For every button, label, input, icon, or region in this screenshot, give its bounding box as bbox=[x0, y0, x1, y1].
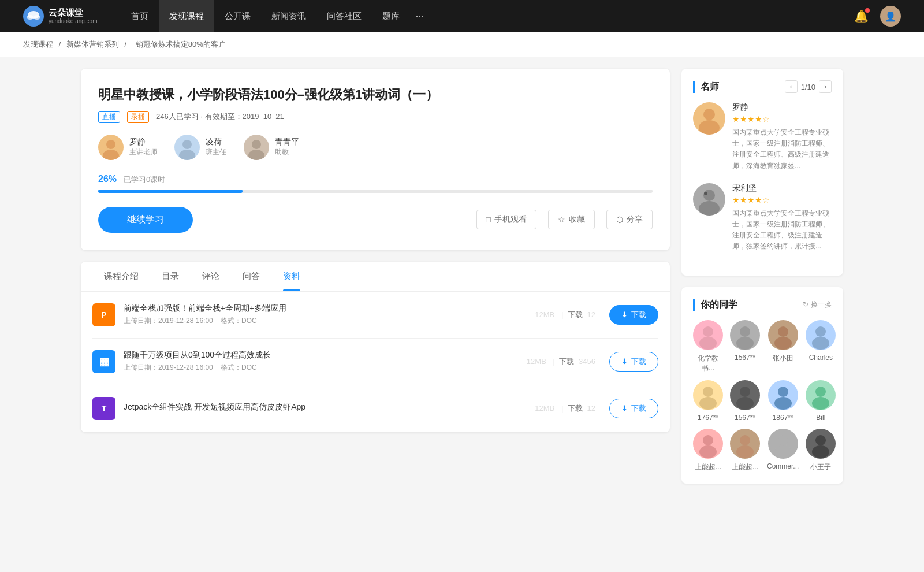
right-sidebar: 名师 ‹ 1/10 › 罗静 bbox=[681, 69, 843, 495]
download-button-2[interactable]: ⬇ 下载 bbox=[609, 399, 658, 418]
classmate-1: 1567** bbox=[730, 320, 760, 373]
svg-point-22 bbox=[703, 387, 713, 397]
classmate-7: Bill bbox=[806, 380, 836, 422]
logo-text: 云朵课堂 yunduoketang.com bbox=[49, 8, 98, 25]
classmate-1-avatar bbox=[730, 320, 760, 350]
teachers-card-title: 名师 bbox=[693, 81, 719, 93]
refresh-label: 换一换 bbox=[811, 300, 832, 310]
nav-more[interactable]: ··· bbox=[410, 10, 430, 23]
logo-icon bbox=[23, 6, 44, 27]
nav-quiz[interactable]: 题库 bbox=[372, 0, 410, 32]
svg-point-6 bbox=[179, 150, 195, 160]
notification-button[interactable]: 🔔 bbox=[854, 9, 869, 23]
next-page-btn[interactable]: › bbox=[819, 80, 832, 93]
svg-point-24 bbox=[740, 387, 750, 397]
file-size-1: 12MB bbox=[527, 357, 546, 366]
svg-point-9 bbox=[703, 109, 715, 120]
breadcrumb-discover[interactable]: 发现课程 bbox=[23, 40, 53, 49]
file-size-2: 12MB bbox=[535, 404, 554, 413]
file-info-2: Jetpack全组件实战 开发短视频应用高仿皮皮虾App bbox=[124, 402, 532, 415]
file-icon-1: ▦ bbox=[92, 350, 116, 373]
breadcrumb-sep1: / bbox=[59, 40, 63, 49]
file-icon-2: T bbox=[92, 397, 116, 420]
share-button[interactable]: ⬡ 分享 bbox=[606, 210, 653, 229]
sep-1: | bbox=[553, 357, 557, 366]
action-row: 继续学习 □ 手机观看 ☆ 收藏 ⬡ 分享 bbox=[98, 207, 653, 233]
classmate-9: 上能超... bbox=[730, 429, 760, 472]
breadcrumb: 发现课程 / 新媒体营销系列 / 销冠修炼术搞定80%的客户 bbox=[0, 32, 924, 57]
breadcrumb-series[interactable]: 新媒体营销系列 bbox=[66, 40, 119, 49]
teacher-0-role: 主讲老师 bbox=[129, 147, 157, 157]
teacher-card-1: 宋利坚 ★★★★☆ 国内某重点大学安全工程专业硕士，国家一级注册消防工程师、注册… bbox=[693, 183, 832, 252]
file-meta-1: 上传日期：2019-12-28 16:00 格式：DOC bbox=[124, 363, 524, 373]
svg-point-35 bbox=[774, 445, 792, 458]
nav-news[interactable]: 新闻资讯 bbox=[261, 0, 316, 32]
file-date-1: 上传日期：2019-12-28 16:00 bbox=[124, 363, 213, 372]
nav-home[interactable]: 首页 bbox=[121, 0, 159, 32]
classmate-3: Charles bbox=[806, 320, 836, 373]
svg-point-18 bbox=[778, 326, 788, 337]
teacher-card-0-name: 罗静 bbox=[732, 102, 832, 113]
classmate-7-avatar bbox=[806, 380, 836, 410]
download-icon-2: ⬇ bbox=[621, 404, 628, 413]
classmate-11-name: 小王子 bbox=[810, 462, 831, 472]
classmates-card-title: 你的同学 bbox=[693, 299, 737, 311]
tab-review[interactable]: 评论 bbox=[191, 262, 231, 291]
svg-point-17 bbox=[736, 337, 754, 350]
teacher-card-0: 罗静 ★★★★☆ 国内某重点大学安全工程专业硕士，国家一级注册消防工程师、注册安… bbox=[693, 102, 832, 172]
svg-point-13 bbox=[704, 192, 707, 195]
page-current: 1 bbox=[801, 83, 805, 91]
side-actions: □ 手机观看 ☆ 收藏 ⬡ 分享 bbox=[476, 210, 653, 229]
classmate-10-name: Commer... bbox=[767, 462, 799, 470]
tab-catalog[interactable]: 目录 bbox=[150, 262, 191, 291]
download-icon-0: ⬇ bbox=[621, 310, 628, 319]
classmate-8-avatar bbox=[693, 429, 723, 459]
nav-discover[interactable]: 发现课程 bbox=[159, 0, 214, 32]
classmate-8-name: 上能超... bbox=[695, 462, 721, 472]
classmate-2: 张小田 bbox=[767, 320, 799, 373]
tab-qa[interactable]: 问答 bbox=[231, 262, 271, 291]
file-downloads-0: 12 bbox=[587, 310, 595, 319]
collect-button[interactable]: ☆ 收藏 bbox=[548, 210, 595, 229]
teacher-2-name: 青青平 bbox=[275, 137, 299, 147]
svg-point-3 bbox=[106, 140, 116, 149]
file-icon-0: P bbox=[92, 303, 116, 326]
teacher-0-name: 罗静 bbox=[129, 137, 157, 147]
classmates-card-header: 你的同学 ↻ 换一换 bbox=[693, 299, 832, 311]
download-button-1[interactable]: ⬇ 下载 bbox=[609, 352, 658, 372]
nav-open[interactable]: 公开课 bbox=[214, 0, 261, 32]
user-avatar[interactable]: 👤 bbox=[880, 6, 901, 27]
prev-page-btn[interactable]: ‹ bbox=[785, 80, 798, 93]
teacher-2-role: 助教 bbox=[275, 147, 299, 157]
notification-dot bbox=[865, 8, 870, 13]
svg-point-12 bbox=[699, 201, 720, 216]
continue-button[interactable]: 继续学习 bbox=[98, 207, 193, 233]
teacher-card-0-info: 罗静 ★★★★☆ 国内某重点大学安全工程专业硕士，国家一级注册消防工程师、注册安… bbox=[732, 102, 832, 172]
progress-percent: 26% bbox=[98, 174, 117, 184]
teacher-1-name: 凌荷 bbox=[206, 137, 226, 147]
refresh-button[interactable]: ↻ 换一换 bbox=[803, 300, 832, 310]
logo[interactable]: 云朵课堂 yunduoketang.com bbox=[23, 6, 98, 27]
file-format-0: 格式：DOC bbox=[221, 317, 257, 325]
classmate-9-avatar bbox=[730, 429, 760, 459]
file-meta-0: 上传日期：2019-12-28 16:00 格式：DOC bbox=[124, 316, 532, 326]
tab-materials[interactable]: 资料 bbox=[271, 262, 312, 291]
svg-point-29 bbox=[812, 397, 829, 410]
file-size-0: 12MB bbox=[535, 310, 554, 319]
classmate-2-avatar bbox=[768, 320, 798, 350]
mobile-watch-button[interactable]: □ 手机观看 bbox=[476, 210, 536, 229]
classmate-4-avatar bbox=[693, 380, 723, 410]
svg-point-19 bbox=[774, 337, 792, 350]
file-date-0: 上传日期：2019-12-28 16:00 bbox=[124, 317, 213, 325]
download-label-0: 下载 bbox=[631, 310, 646, 320]
svg-point-11 bbox=[703, 190, 715, 201]
progress-sub: 已学习0课时 bbox=[124, 175, 165, 184]
sep-0: | bbox=[561, 310, 565, 319]
download-button-0[interactable]: ⬇ 下载 bbox=[609, 305, 658, 325]
file-item-2: T Jetpack全组件实战 开发短视频应用高仿皮皮虾App 12MB | 下载… bbox=[92, 385, 658, 432]
classmates-card: 你的同学 ↻ 换一换 化学教书... 15 bbox=[681, 287, 843, 484]
nav-qa[interactable]: 问答社区 bbox=[316, 0, 372, 32]
course-info: 246人已学习 · 有效期至：2019–10–21 bbox=[156, 112, 284, 122]
tab-intro[interactable]: 课程介绍 bbox=[92, 262, 150, 291]
progress-bar bbox=[98, 190, 243, 193]
